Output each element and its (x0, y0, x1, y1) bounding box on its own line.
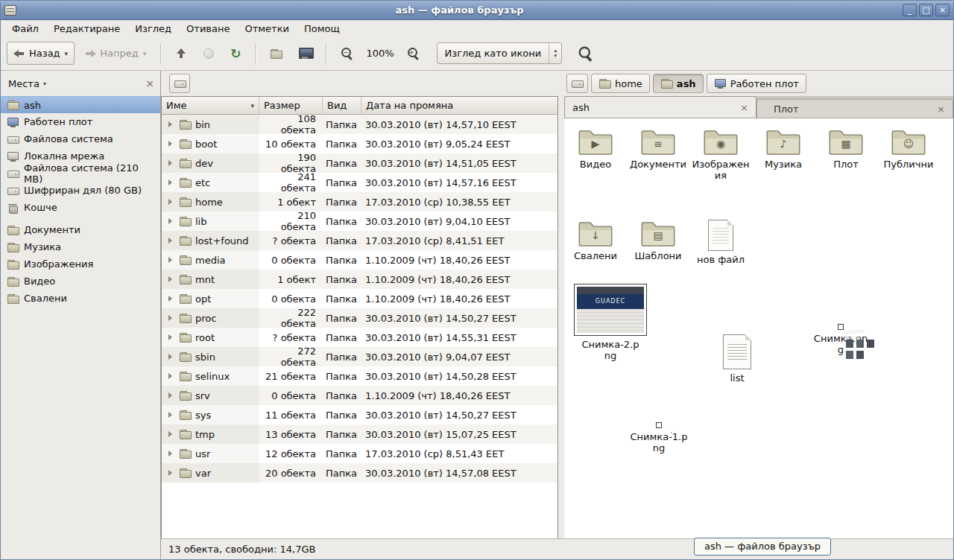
expander-icon[interactable] (168, 179, 175, 185)
table-row[interactable]: proc 222 обекта Папка 30.03.2010 (вт) 14… (162, 308, 557, 328)
table-row[interactable]: srv 0 обекта Папка 1.10.2009 (чт) 18,40,… (162, 386, 557, 405)
place-item[interactable]: Документи (1, 221, 160, 238)
table-row[interactable]: var 20 обекта Папка 30.03.2010 (вт) 14,5… (162, 463, 557, 483)
folder-item[interactable]: ▦ Плот (815, 127, 877, 219)
root-location-button[interactable] (169, 74, 190, 93)
column-header-size[interactable]: Размер (259, 97, 323, 115)
image-item-snimka-1[interactable]: Снимка-1.png (618, 422, 700, 454)
expander-icon[interactable] (168, 315, 175, 321)
table-row[interactable]: dev 190 обекта Папка 30.03.2010 (вт) 14,… (162, 153, 557, 173)
forward-button[interactable]: Напред ▾ (78, 42, 153, 65)
table-row[interactable]: mnt 1 обект Папка 1.10.2009 (чт) 18,40,2… (162, 270, 557, 289)
table-row[interactable]: lost+found ? обекта Папка 17.03.2010 (ср… (162, 231, 557, 250)
place-item[interactable]: ash (1, 96, 160, 113)
table-row[interactable]: etc 241 обекта Папка 30.03.2010 (вт) 14,… (162, 173, 557, 192)
place-item[interactable]: Музика (1, 238, 160, 255)
column-header-date[interactable]: Дата на промяна (361, 97, 557, 115)
table-row[interactable]: tmp 13 обекта Папка 30.03.2010 (вт) 15,0… (162, 424, 557, 444)
column-header-type[interactable]: Вид (323, 97, 361, 115)
view-mode-combo[interactable]: Изглед като икони ▴ ▾ (437, 42, 563, 64)
expander-icon[interactable] (168, 160, 175, 166)
place-item[interactable]: Изображения (1, 255, 160, 273)
file-item-list[interactable]: list (713, 334, 761, 384)
table-row[interactable]: bin 108 обекта Папка 30.03.2010 (вт) 14,… (162, 115, 557, 134)
expander-icon[interactable] (168, 470, 175, 476)
expander-icon[interactable] (168, 334, 175, 340)
expander-icon[interactable] (168, 431, 175, 437)
expander-icon[interactable] (168, 218, 175, 224)
title-bar[interactable]: ash — файлов браузър _ □ × (1, 1, 953, 20)
tab[interactable]: Плот × (756, 99, 953, 118)
place-item[interactable]: Кошче (1, 199, 160, 216)
reload-button[interactable]: ↻ (224, 42, 247, 65)
computer-button[interactable] (292, 42, 318, 65)
zoom-out-button[interactable]: − (334, 42, 360, 65)
file-item-new-file[interactable]: нов файл (691, 220, 751, 265)
pathbar-root-button[interactable] (566, 74, 588, 93)
place-item[interactable]: Свалени (1, 290, 160, 307)
expander-icon[interactable] (168, 276, 175, 282)
stop-button[interactable] (197, 42, 221, 65)
expander-icon[interactable] (168, 373, 175, 379)
pathbar-button[interactable]: Работен плот (707, 74, 806, 93)
folder-item[interactable]: ☺ Публични (877, 127, 940, 219)
table-row[interactable]: lib 210 обекта Папка 30.03.2010 (вт) 9,0… (162, 211, 557, 231)
place-item[interactable]: Файлова система (1, 130, 160, 147)
place-item[interactable]: Видео (1, 273, 160, 290)
table-row[interactable]: opt 0 обекта Папка 1.10.2009 (чт) 18,40,… (162, 289, 557, 308)
menu-item[interactable]: Отиване (180, 22, 236, 36)
combo-stepper[interactable]: ▴ ▾ (549, 43, 561, 63)
pathbar-button[interactable]: ash (653, 74, 704, 93)
folder-icon (179, 254, 192, 266)
table-row[interactable]: selinux 21 обекта Папка 30.03.2010 (вт) … (162, 366, 557, 386)
table-row[interactable]: home 1 обект Папка 17.03.2010 (ср) 10,38… (162, 192, 557, 211)
table-row[interactable]: root ? обекта Папка 30.03.2010 (вт) 14,5… (162, 328, 557, 347)
pane-splitter[interactable] (558, 71, 564, 538)
tab-close-icon[interactable]: × (740, 102, 748, 113)
expander-icon[interactable] (168, 392, 175, 398)
folder-item[interactable]: ◉ Изображения (689, 127, 752, 219)
expander-icon[interactable] (168, 141, 175, 147)
sidebar-mode-combo[interactable]: Места ▾ (8, 78, 46, 89)
image-item-snimka[interactable]: GNOME Store Снимка.png (800, 324, 882, 355)
minimize-button[interactable]: _ (903, 4, 917, 16)
tab-close-icon[interactable]: × (937, 104, 945, 115)
folder-item[interactable]: ≡ Документи (627, 127, 689, 219)
close-button[interactable]: × (935, 4, 950, 16)
place-item[interactable]: Файлова система (210 MB) (1, 165, 160, 182)
expander-icon[interactable] (168, 199, 175, 205)
expander-icon[interactable] (168, 257, 175, 263)
place-item[interactable]: Работен плот (1, 113, 160, 130)
table-row[interactable]: usr 12 обекта Папка 17.03.2010 (ср) 8,51… (162, 444, 557, 463)
table-row[interactable]: media 0 обекта Папка 1.10.2009 (чт) 18,4… (162, 250, 557, 270)
menu-item[interactable]: Изглед (128, 22, 178, 36)
expander-icon[interactable] (168, 354, 175, 360)
expander-icon[interactable] (168, 451, 175, 456)
expander-icon[interactable] (168, 238, 175, 244)
menu-item[interactable]: Помощ (297, 22, 347, 36)
place-item[interactable]: Шифриран дял (80 GB) (1, 182, 160, 199)
tab[interactable]: ash × (564, 96, 756, 118)
maximize-button[interactable]: □ (919, 4, 933, 16)
search-button[interactable] (572, 42, 598, 65)
table-row[interactable]: sys 11 обекта Папка 30.03.2010 (вт) 14,5… (162, 405, 557, 424)
sidebar-close-icon[interactable]: × (145, 78, 154, 89)
back-dropdown-icon[interactable]: ▾ (65, 50, 69, 57)
expander-icon[interactable] (168, 412, 175, 418)
menu-item[interactable]: Файл (5, 22, 45, 36)
home-button[interactable] (263, 42, 289, 65)
folder-item[interactable]: ♪ Музика (752, 127, 815, 219)
zoom-in-button[interactable]: + (400, 42, 426, 65)
menu-item[interactable]: Отметки (238, 22, 295, 36)
column-header-name[interactable]: Име ▾ (162, 97, 259, 115)
expander-icon[interactable] (168, 121, 175, 127)
expander-icon[interactable] (168, 296, 175, 302)
menu-item[interactable]: Редактиране (47, 22, 127, 36)
table-row[interactable]: sbin 272 обекта Папка 30.03.2010 (вт) 9,… (162, 347, 557, 366)
table-row[interactable]: boot 10 обекта Папка 30.03.2010 (вт) 9,0… (162, 134, 557, 153)
back-button[interactable]: Назад ▾ (7, 42, 75, 65)
pathbar-button[interactable]: home (591, 74, 650, 93)
image-item-snimka-2[interactable]: GUADEC Снимка-2.png (567, 284, 654, 361)
up-button[interactable] (168, 42, 194, 65)
folder-item[interactable]: ▶ Видео (564, 127, 627, 219)
